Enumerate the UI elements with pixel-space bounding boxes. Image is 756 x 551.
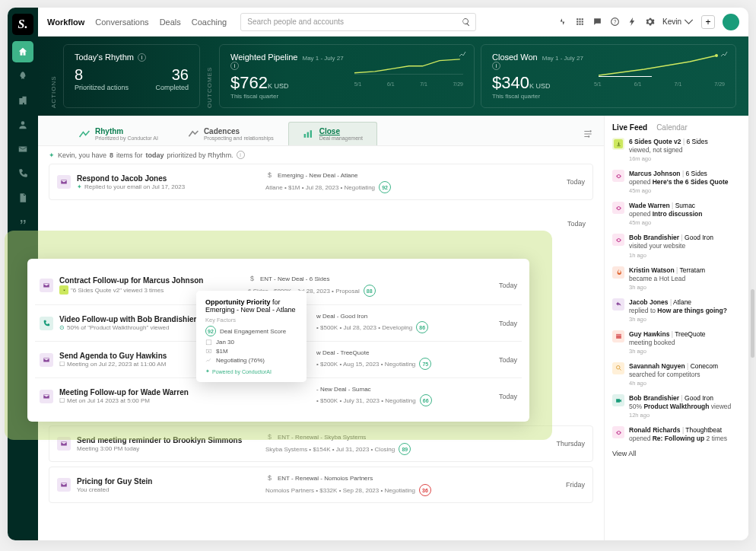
feed-item[interactable]: Marcus Johnson | 6 Sidesopened Here's th…: [612, 170, 748, 195]
feed-item[interactable]: 6 Sides Quote v2 | 6 Sidesviewed, not si…: [612, 138, 748, 163]
topnav-deals[interactable]: Deals: [160, 18, 181, 27]
feed-item[interactable]: Wade Warren | Sumacopened Intro discussi…: [612, 202, 748, 227]
dollar-icon: $: [265, 170, 275, 180]
gear-icon[interactable]: [645, 17, 655, 27]
tab-calendar[interactable]: Calendar: [656, 123, 688, 132]
svg-point-6: [589, 130, 591, 132]
activity-icon[interactable]: [557, 17, 567, 27]
nav-rocket-icon[interactable]: [12, 65, 33, 87]
feed-item[interactable]: Kristin Watson | Terratambecame a Hot Le…: [612, 266, 748, 291]
top-icons: ? Kevin +: [557, 14, 739, 30]
svg-rect-13: [616, 399, 620, 403]
pipeline-card[interactable]: Weighted PipelineMay 1 - July 27 i $762K…: [219, 44, 475, 108]
phone-icon: [40, 317, 53, 330]
calendar-icon: [205, 339, 212, 346]
scrollbar[interactable]: [751, 289, 754, 358]
download-icon: [59, 285, 68, 295]
nav-doc-icon[interactable]: [12, 187, 33, 209]
svg-text:$: $: [268, 171, 272, 179]
nav-home-icon[interactable]: [12, 41, 33, 62]
avatar[interactable]: [723, 14, 739, 30]
info-icon[interactable]: i: [230, 62, 239, 70]
completed-label: Completed: [155, 84, 189, 91]
closed-sub: This fiscal quarter: [492, 93, 583, 100]
feed-item[interactable]: Ronald Richards | Thoughtbeatopened Re: …: [612, 426, 748, 443]
prioritized-label: Prioritized actions: [75, 84, 129, 91]
nav-mail-icon[interactable]: [12, 139, 33, 160]
search-icon: [462, 18, 471, 27]
rhythm-icon: [78, 129, 91, 139]
closed-value: $340: [492, 73, 529, 92]
trend-icon: [205, 357, 212, 364]
tab-close[interactable]: CloseDeal management: [288, 122, 377, 145]
svg-rect-15: [206, 340, 211, 345]
topnav-conversations[interactable]: Conversations: [95, 18, 148, 27]
pipeline-dates: May 1 - July 27: [302, 55, 343, 62]
search-input[interactable]: Search people and accounts: [240, 13, 476, 31]
topbar: Workflow Conversations Deals Coaching Se…: [38, 8, 748, 37]
svg-text:$: $: [250, 275, 254, 282]
configure-icon[interactable]: [583, 129, 593, 139]
close-icon: [303, 129, 315, 139]
search-placeholder: Search people and accounts: [247, 18, 344, 26]
svg-point-2: [715, 54, 718, 57]
opportunity-tooltip: Opportunity Priority forEmerging - New D…: [196, 291, 307, 382]
pipeline-value: $762: [230, 73, 268, 92]
cadences-icon: [187, 129, 199, 139]
feed-item[interactable]: Bob Brandishier | Good Iron50% Product W…: [612, 394, 748, 419]
svg-rect-3: [303, 134, 305, 138]
nav-person-icon[interactable]: [12, 114, 33, 135]
svg-rect-5: [310, 130, 311, 138]
info-icon[interactable]: i: [492, 62, 500, 70]
tab-live-feed[interactable]: Live Feed: [612, 123, 647, 132]
mail-icon: [40, 353, 53, 367]
pipeline-title: Weighted Pipeline: [230, 53, 297, 62]
tab-cadences[interactable]: CadencesProspecting and relationships: [173, 122, 288, 145]
hero-metrics: ACTIONS Today's Rhythmi 8Prioritized act…: [38, 37, 748, 116]
rhythm-card[interactable]: Today's Rhythmi 8Prioritized actions 36C…: [63, 44, 200, 108]
svg-rect-4: [307, 132, 308, 138]
outcomes-label: OUTCOMES: [206, 44, 213, 108]
help-icon[interactable]: ?: [610, 17, 620, 27]
feed-item[interactable]: Bob Brandishier | Good Ironvisited your …: [612, 234, 748, 259]
svg-point-7: [588, 135, 589, 137]
nav-phone-icon[interactable]: [12, 163, 33, 184]
mail-icon: [57, 175, 71, 189]
svg-text:$: $: [268, 474, 272, 482]
view-all-link[interactable]: View All: [612, 450, 748, 457]
chat-icon[interactable]: [592, 17, 602, 27]
svg-rect-11: [616, 334, 621, 339]
topnav-workflow[interactable]: Workflow: [47, 18, 84, 27]
chart-expand-icon[interactable]: [459, 49, 466, 57]
feed-item[interactable]: Guy Hawkins | TreeQuotemeeting booked3h …: [612, 330, 748, 355]
nav-building-icon[interactable]: [12, 90, 33, 111]
add-button[interactable]: +: [701, 15, 715, 29]
tab-rhythm[interactable]: RhythmPrioritized by Conductor AI: [64, 122, 173, 145]
chart-expand-icon[interactable]: [720, 49, 728, 57]
task-row[interactable]: Respond to Jacob Jones ✦Replied to your …: [49, 164, 593, 200]
topnav: Workflow Conversations Deals Coaching: [47, 18, 227, 27]
pipeline-chart: 5/16/17/17/29: [354, 53, 463, 100]
feed-item[interactable]: Jacob Jones | Atlanereplied to How are t…: [612, 298, 748, 323]
info-icon[interactable]: i: [237, 151, 245, 159]
money-icon: [205, 348, 212, 355]
score-badge: 92: [379, 181, 391, 193]
mail-icon: [40, 279, 53, 292]
nav-quote-icon[interactable]: [12, 212, 33, 233]
svg-point-17: [208, 351, 210, 352]
feed-item[interactable]: Savannah Nguyen | Conecomsearched for co…: [612, 362, 748, 387]
task-row[interactable]: Pricing for Guy Stein You created $ENT -…: [49, 467, 593, 503]
pipeline-sub: This fiscal quarter: [230, 93, 344, 100]
workflow-tabs: RhythmPrioritized by Conductor AI Cadenc…: [38, 116, 604, 146]
grid-icon[interactable]: [575, 17, 585, 27]
priority-message: ✦ Kevin, you have 8 items for today prio…: [38, 146, 604, 164]
closed-won-card[interactable]: Closed WonMay 1 - July 27 i $340K USD Th…: [481, 44, 736, 108]
svg-point-12: [616, 366, 620, 370]
task-title: Respond to Jacob Jones: [77, 174, 259, 183]
task-row[interactable]: Meeting Follow-up for Wade Warren ☐Met o…: [35, 378, 522, 414]
topnav-coaching[interactable]: Coaching: [192, 18, 227, 27]
completed-count: 36: [155, 66, 189, 84]
bolt-icon[interactable]: [627, 17, 637, 27]
user-menu[interactable]: Kevin: [662, 17, 694, 27]
info-icon[interactable]: i: [138, 53, 146, 62]
